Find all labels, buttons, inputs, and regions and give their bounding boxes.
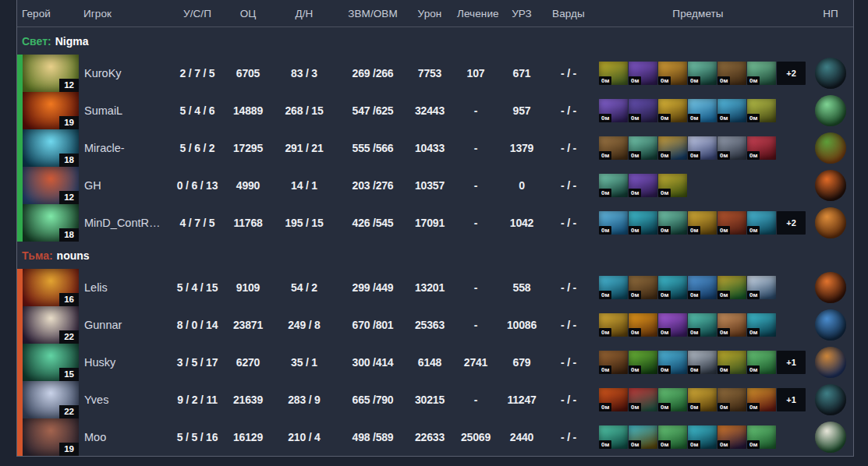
player-name[interactable]: KuroKy — [79, 67, 164, 79]
player-row[interactable]: 15Husky3 / 5 / 17627035 / 1300 /41461482… — [17, 344, 853, 381]
neutral-item-icon[interactable] — [815, 207, 846, 238]
item-icon[interactable]: 0м — [658, 313, 687, 337]
hero-portrait[interactable]: 12 — [23, 55, 79, 92]
hero-portrait[interactable]: 18 — [23, 204, 79, 242]
item-icon[interactable]: 0м — [717, 425, 746, 449]
hero-portrait[interactable]: 12 — [23, 167, 79, 204]
hero-portrait[interactable]: 18 — [23, 129, 79, 167]
neutral-item-icon[interactable] — [815, 58, 846, 89]
item-icon[interactable]: 0м — [629, 62, 657, 85]
player-row[interactable]: 19SumaiL5 / 4 / 614889268 / 15547 /62532… — [17, 92, 853, 129]
item-icon[interactable]: 0м — [629, 174, 657, 197]
item-icon[interactable]: 0м — [599, 425, 628, 449]
neutral-item-icon[interactable] — [815, 309, 846, 341]
item-icon[interactable]: 0м — [599, 99, 628, 122]
item-icon[interactable]: 0м — [629, 388, 657, 411]
item-icon[interactable]: 0м — [688, 276, 717, 299]
player-name[interactable]: MinD_ContR… — [79, 217, 164, 229]
item-icon[interactable]: 0м — [688, 425, 717, 449]
player-row[interactable]: 22Gunnar8 / 0 / 1423871249 / 8670 /80125… — [17, 306, 853, 344]
player-name[interactable]: Husky — [79, 356, 164, 369]
item-icon[interactable]: 0м — [658, 388, 687, 411]
item-icon[interactable]: 0м — [747, 313, 776, 337]
item-icon[interactable]: 0м — [658, 99, 687, 122]
hero-portrait[interactable]: 15 — [23, 344, 79, 381]
item-icon[interactable]: 0м — [629, 136, 657, 160]
items-overflow-badge[interactable]: +2 — [777, 62, 806, 85]
item-icon[interactable]: 0м — [629, 351, 657, 374]
item-icon[interactable]: 0м — [688, 313, 717, 337]
neutral-item-icon[interactable] — [815, 170, 846, 201]
items-overflow-badge[interactable]: +1 — [777, 388, 806, 411]
neutral-item-icon[interactable] — [815, 132, 846, 164]
item-icon[interactable]: 0м — [658, 136, 687, 160]
item-icon[interactable]: 0м — [658, 174, 687, 197]
item-icon[interactable]: 0м — [747, 211, 776, 235]
item-icon[interactable]: 0м — [658, 276, 687, 299]
neutral-item-icon[interactable] — [815, 272, 846, 303]
player-name[interactable]: GH — [79, 179, 164, 192]
item-icon[interactable]: 0м — [747, 99, 776, 122]
item-icon[interactable]: 0м — [688, 136, 717, 160]
player-name[interactable]: Gunnar — [79, 319, 164, 331]
item-icon[interactable]: 0м — [599, 136, 628, 160]
item-icon[interactable]: 0м — [629, 425, 657, 449]
player-name[interactable]: Moo — [79, 431, 164, 443]
player-row[interactable]: 16Lelis5 / 4 / 15910954 / 2299 /44913201… — [17, 269, 853, 306]
hero-portrait[interactable]: 22 — [23, 306, 79, 344]
item-icon[interactable]: 0м — [688, 388, 717, 411]
items-overflow-badge[interactable]: +1 — [777, 351, 806, 374]
item-icon[interactable]: 0м — [747, 136, 776, 160]
item-icon[interactable]: 0м — [599, 174, 628, 197]
item-icon[interactable]: 0м — [717, 62, 746, 85]
item-icon[interactable]: 0м — [747, 351, 776, 374]
player-row[interactable]: 18Miracle-5 / 6 / 217295291 / 21555 /566… — [17, 129, 853, 167]
player-name[interactable]: Lelis — [79, 281, 164, 294]
item-icon[interactable]: 0м — [688, 211, 717, 235]
item-icon[interactable]: 0м — [629, 276, 657, 299]
item-icon[interactable]: 0м — [688, 99, 717, 122]
item-icon[interactable]: 0м — [658, 425, 687, 449]
player-name[interactable]: SumaiL — [79, 104, 164, 117]
item-icon[interactable]: 0м — [629, 313, 657, 337]
item-icon[interactable]: 0м — [599, 276, 628, 299]
item-icon[interactable]: 0м — [658, 351, 687, 374]
player-row[interactable]: 22Yves9 / 2 / 1121639283 / 9665 /7903021… — [17, 381, 853, 418]
player-row[interactable]: 12GH0 / 6 / 13499014 / 1203 /27610357-0-… — [17, 167, 853, 204]
item-icon[interactable]: 0м — [717, 351, 746, 374]
item-icon[interactable]: 0м — [717, 276, 746, 299]
item-icon[interactable]: 0м — [717, 313, 746, 337]
item-icon[interactable]: 0м — [688, 62, 717, 85]
hero-portrait[interactable]: 16 — [23, 269, 79, 306]
hero-portrait[interactable]: 19 — [23, 418, 79, 456]
item-icon[interactable]: 0м — [717, 99, 746, 122]
hero-portrait[interactable]: 19 — [23, 92, 79, 129]
item-icon[interactable]: 0м — [629, 99, 657, 122]
item-icon[interactable]: 0м — [599, 211, 628, 235]
neutral-item-icon[interactable] — [815, 422, 846, 453]
item-icon[interactable]: 0м — [688, 351, 717, 374]
player-row[interactable]: 12KuroKy2 / 7 / 5670583 / 3269 /26677531… — [17, 55, 853, 92]
item-icon[interactable]: 0м — [599, 388, 628, 411]
player-row[interactable]: 18MinD_ContR…4 / 7 / 511768195 / 15426 /… — [17, 204, 853, 242]
item-icon[interactable]: 0м — [629, 211, 657, 235]
item-icon[interactable]: 0м — [747, 276, 776, 299]
item-icon[interactable]: 0м — [599, 351, 628, 374]
item-icon[interactable]: 0м — [717, 211, 746, 235]
item-icon[interactable]: 0м — [658, 62, 687, 85]
neutral-item-icon[interactable] — [815, 384, 846, 415]
item-icon[interactable]: 0м — [747, 425, 776, 449]
player-name[interactable]: Yves — [79, 394, 164, 406]
item-icon[interactable]: 0м — [717, 388, 746, 411]
item-icon[interactable]: 0м — [717, 136, 746, 160]
neutral-item-icon[interactable] — [815, 347, 846, 378]
player-name[interactable]: Miracle- — [79, 142, 164, 154]
item-icon[interactable]: 0м — [747, 388, 776, 411]
items-overflow-badge[interactable]: +2 — [777, 211, 806, 235]
hero-portrait[interactable]: 22 — [23, 381, 79, 418]
item-icon[interactable]: 0м — [658, 211, 687, 235]
item-icon[interactable]: 0м — [599, 62, 628, 85]
neutral-item-icon[interactable] — [815, 95, 846, 126]
item-icon[interactable]: 0м — [747, 62, 776, 85]
item-icon[interactable]: 0м — [599, 313, 628, 337]
